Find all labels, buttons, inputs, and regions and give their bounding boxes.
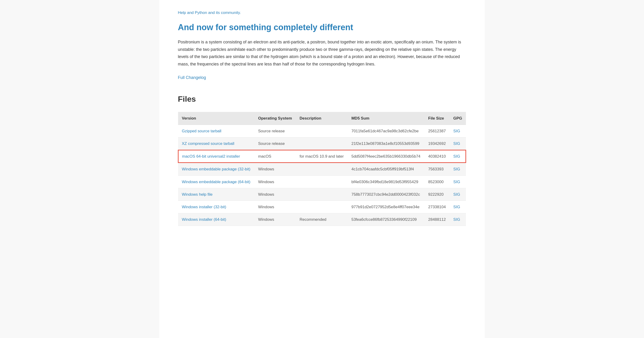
file-sig-link[interactable]: SIG (453, 167, 460, 171)
file-size: 40382410 (424, 150, 450, 163)
file-sig-link[interactable]: SIG (453, 154, 460, 159)
file-description (296, 163, 348, 175)
file-sig-link[interactable]: SIG (453, 141, 460, 146)
file-sig-link[interactable]: SIG (453, 192, 460, 197)
file-os: Windows (254, 188, 296, 200)
file-os: Windows (254, 200, 296, 213)
file-description (296, 175, 348, 188)
file-size: 19342692 (424, 137, 450, 150)
file-size: 28488112 (424, 213, 450, 226)
file-description: Recommended (296, 213, 348, 226)
file-description (296, 125, 348, 137)
file-md5: 977b91d2e0727952d5e8e4ff07eee34e (348, 200, 424, 213)
table-row: Windows embeddable package (32-bit)Windo… (178, 163, 466, 175)
file-version-link[interactable]: Gzipped source tarball (182, 129, 221, 133)
top-link[interactable]: Help and Python and its community. (178, 10, 241, 15)
col-md5: MD5 Sum (348, 112, 424, 125)
file-description (296, 137, 348, 150)
file-version-link[interactable]: XZ compressed source tarball (182, 141, 234, 146)
file-description (296, 200, 348, 213)
file-version-link[interactable]: Windows help file (182, 192, 212, 197)
file-version-link[interactable]: macOS 64-bit universal2 installer (182, 154, 240, 159)
table-row: XZ compressed source tarballSource relea… (178, 137, 466, 150)
changelog-link[interactable]: Full Changelog (178, 74, 206, 81)
file-md5: 5dd5087f4eec2be635b1966330db5b74 (348, 150, 424, 163)
file-md5: 758b7773027cbc94e2dd0000423f032c (348, 188, 424, 200)
file-os: macOS (254, 150, 296, 163)
file-sig-link[interactable]: SIG (453, 129, 460, 133)
table-row: Windows help fileWindows758b7773027cbc94… (178, 188, 466, 200)
file-size: 9222920 (424, 188, 450, 200)
file-size: 8523000 (424, 175, 450, 188)
table-row: Windows installer (64-bit)WindowsRecomme… (178, 213, 466, 226)
col-description: Description (296, 112, 348, 125)
file-md5: 7011fa5e61dc467ac9a98c3d62cfe2be (348, 125, 424, 137)
col-version: Version (178, 112, 254, 125)
col-filesize: File Size (424, 112, 450, 125)
description-text: Positronium is a system consisting of an… (178, 38, 466, 68)
file-description: for macOS 10.9 and later (296, 150, 348, 163)
file-os: Windows (254, 175, 296, 188)
table-row: macOS 64-bit universal2 installermacOSfo… (178, 150, 466, 163)
files-heading: Files (178, 93, 466, 105)
file-sig-link[interactable]: SIG (453, 217, 460, 222)
file-os: Windows (254, 213, 296, 226)
file-md5: 53fea6cfcce86fb87253364990f22109 (348, 213, 424, 226)
file-version-link[interactable]: Windows installer (64-bit) (182, 217, 226, 222)
file-md5: bf4e0306c349fbd18e9819d53f955429 (348, 175, 424, 188)
table-header-row: Version Operating System Description MD5… (178, 112, 466, 125)
file-version-link[interactable]: Windows embeddable package (64-bit) (182, 180, 250, 184)
file-os: Source release (254, 125, 296, 137)
file-description (296, 188, 348, 200)
file-version-link[interactable]: Windows installer (32-bit) (182, 205, 226, 209)
file-md5: 21f2e113e087083a1e8cf10553d93599 (348, 137, 424, 150)
file-md5: 4c1cb704caafdc5cbf05ff919bf513f4 (348, 163, 424, 175)
table-row: Gzipped source tarballSource release7011… (178, 125, 466, 137)
file-sig-link[interactable]: SIG (453, 205, 460, 209)
file-sig-link[interactable]: SIG (453, 180, 460, 184)
table-row: Windows embeddable package (64-bit)Windo… (178, 175, 466, 188)
file-version-link[interactable]: Windows embeddable package (32-bit) (182, 167, 250, 171)
file-size: 27338104 (424, 200, 450, 213)
file-size: 7563393 (424, 163, 450, 175)
col-gpg: GPG (450, 112, 466, 125)
table-row: Windows installer (32-bit)Windows977b91d… (178, 200, 466, 213)
col-os: Operating System (254, 112, 296, 125)
file-os: Windows (254, 163, 296, 175)
file-os: Source release (254, 137, 296, 150)
section-heading: And now for something completely differe… (178, 21, 466, 34)
file-size: 25612387 (424, 125, 450, 137)
page-container: Help and Python and its community. And n… (159, 0, 485, 338)
files-table: Version Operating System Description MD5… (178, 112, 466, 226)
